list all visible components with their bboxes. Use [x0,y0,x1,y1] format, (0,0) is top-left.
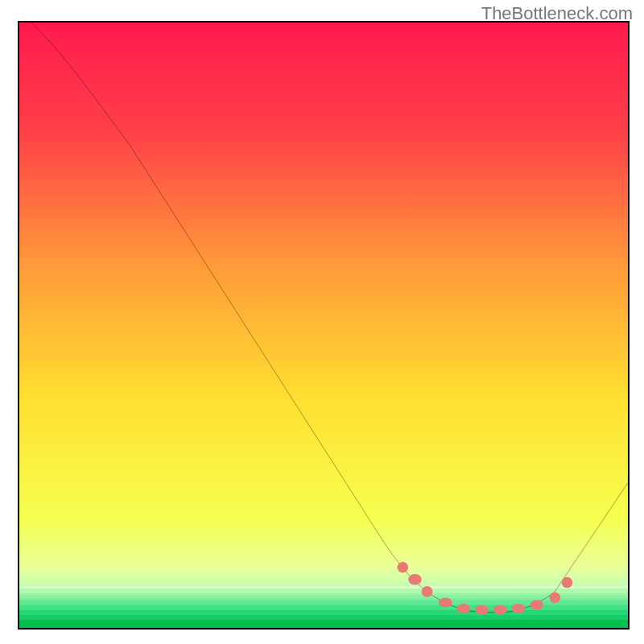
chart-curve [19,23,628,628]
svg-point-9 [397,562,408,573]
plot-area [18,21,630,630]
svg-point-14 [475,605,489,614]
svg-point-15 [493,605,507,614]
bottleneck-curve-line [31,23,628,613]
watermark-text: TheBottleneck.com [481,3,633,24]
svg-point-18 [549,592,560,604]
svg-point-13 [457,604,471,613]
chart-container: TheBottleneck.com [0,0,644,644]
marker-group [397,562,572,614]
svg-point-11 [422,586,433,597]
svg-point-19 [562,577,573,588]
svg-point-12 [439,597,452,607]
svg-point-16 [512,604,526,613]
svg-point-17 [530,600,543,609]
svg-point-10 [408,574,422,585]
